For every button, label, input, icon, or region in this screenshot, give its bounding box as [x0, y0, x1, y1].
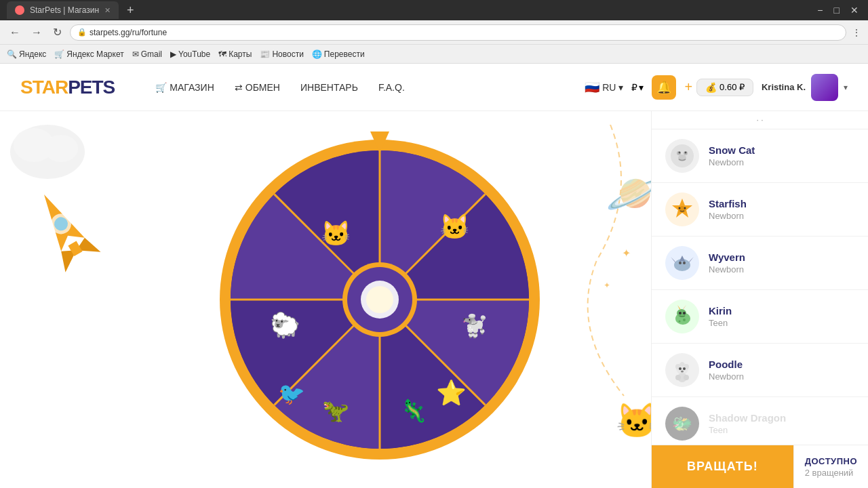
pet-info-wyvern: Wyvern Newborn — [709, 251, 854, 274]
svg-rect-7 — [68, 241, 82, 256]
pet-item-kirin: Kirin Teen — [652, 290, 868, 344]
poodle-stage: Newborn — [709, 371, 854, 382]
bookmark-yandex[interactable]: 🔍 Яндекс — [7, 49, 46, 59]
svg-point-52 — [683, 367, 686, 370]
wheel-pet-1: 🐱 — [321, 219, 351, 248]
pet-info-poodle: Poodle Newborn — [709, 359, 854, 382]
market-icon: 🛒 — [54, 49, 64, 59]
shadow-name: Shadow Dragon — [709, 412, 854, 424]
add-funds-button[interactable]: + — [684, 79, 692, 95]
wallet-button[interactable]: 💰 0.60 ₽ — [696, 79, 753, 96]
tab-favicon — [15, 5, 24, 15]
scroll-indicator-top: · · — [652, 111, 868, 129]
bookmark-youtube[interactable]: ▶ YouTube — [170, 49, 210, 59]
nav-actions: ⋮ — [852, 27, 861, 38]
browser-tab[interactable]: StarPets | Магазин ✕ — [7, 1, 119, 19]
news-icon: 📰 — [260, 49, 270, 59]
wheel-pet-2: 🐱 — [439, 212, 470, 241]
user-avatar[interactable] — [811, 74, 838, 101]
translate-icon: 🌐 — [312, 49, 322, 59]
svg-marker-5 — [73, 235, 101, 262]
currency-label: ₽ — [631, 82, 637, 93]
lock-icon: 🔒 — [77, 28, 87, 37]
bookmark-maps[interactable]: 🗺 Карты — [218, 49, 252, 59]
nav-faq[interactable]: F.A.Q. — [378, 82, 405, 93]
fortune-wheel-svg[interactable]: 🐱 🐱 🐩 ⭐ 🦖 🐦 🐑 🦎 — [217, 137, 542, 462]
pet-item-wyvern: Wyvern Newborn — [652, 237, 868, 290]
nav-shop-label: МАГАЗИН — [170, 82, 214, 93]
kirin-stage: Teen — [709, 318, 854, 328]
pet-info-shadow: Shadow Dragon Teen — [709, 412, 854, 435]
new-tab-button[interactable]: + — [127, 3, 134, 18]
wheel-pet-5: 🦖 — [322, 398, 349, 424]
svg-point-38 — [683, 262, 686, 264]
user-dropdown-arrow[interactable]: ▾ — [844, 83, 848, 92]
close-button[interactable]: ✕ — [848, 5, 861, 16]
starfish-name: Starfish — [709, 198, 854, 209]
yandex-icon: 🔍 — [7, 49, 17, 59]
url-bar[interactable]: 🔒 starpets.gg/ru/fortune — [70, 24, 846, 41]
nav-shop[interactable]: 🛒 МАГАЗИН — [155, 82, 214, 93]
nav-inventory-label: ИНВЕНТАРЬ — [300, 82, 358, 93]
svg-point-8 — [52, 215, 70, 233]
pet-avatar-snowcat — [665, 139, 699, 173]
wallet-balance: 0.60 ₽ — [719, 82, 745, 92]
bookmark-market[interactable]: 🛒 Яндекс Маркет — [54, 49, 123, 59]
snowcat-icon — [669, 143, 695, 169]
minimize-button[interactable]: − — [814, 5, 825, 16]
refresh-button[interactable]: ↻ — [50, 26, 64, 39]
notifications-button[interactable]: 🔔 — [652, 75, 676, 100]
bookmark-label: Яндекс — [19, 49, 46, 59]
nav-inventory[interactable]: ИНВЕНТАРЬ — [300, 82, 358, 93]
spin-button[interactable]: ВРАЩАТЬ! — [652, 445, 793, 488]
nav-exchange-label: ОБМЕН — [245, 82, 280, 93]
snowcat-name: Snow Cat — [709, 144, 854, 156]
pet-item-starfish: Starfish Newborn — [652, 183, 868, 237]
svg-marker-41 — [677, 305, 681, 310]
bookmark-news[interactable]: 📰 Новости — [260, 49, 303, 59]
currency-selector[interactable]: ₽ ▾ — [631, 82, 644, 93]
available-count: 2 вращений — [805, 468, 857, 478]
youtube-icon: ▶ — [170, 49, 176, 59]
svg-marker-4 — [56, 245, 83, 272]
maximize-button[interactable]: □ — [831, 5, 842, 16]
bottom-action-bar: ВРАЩАТЬ! ДОСТУПНО 2 вращений — [652, 445, 868, 488]
cloud-decoration — [7, 118, 88, 186]
main-navigation: 🛒 МАГАЗИН ⇄ ОБМЕН ИНВЕНТАРЬ F.A.Q. — [155, 82, 404, 93]
svg-point-28 — [685, 152, 687, 154]
wheel-pet-8: 🦎 — [400, 398, 427, 424]
bookmark-label: Перевести — [324, 49, 365, 59]
back-button[interactable]: ← — [7, 26, 23, 39]
bookmark-translate[interactable]: 🌐 Перевести — [312, 49, 365, 59]
bookmark-gmail[interactable]: ✉ Gmail — [132, 49, 162, 59]
language-selector[interactable]: 🇷🇺 RU ▾ — [585, 80, 623, 95]
fortune-wheel-wrapper[interactable]: 🐱 🐱 🐩 ⭐ 🦖 🐦 🐑 🦎 — [217, 137, 542, 462]
main-content: 🐱 🐱 🐩 ⭐ 🦖 🐦 🐑 🦎 — [0, 111, 868, 488]
poodle-name: Poodle — [709, 359, 854, 370]
nav-exchange[interactable]: ⇄ ОБМЕН — [235, 82, 280, 93]
extensions-icon[interactable]: ⋮ — [852, 27, 861, 38]
shadow-dragon-icon: 🐲 — [672, 414, 692, 433]
currency-dropdown-icon: ▾ — [639, 82, 644, 93]
pet-avatar-wyvern — [665, 246, 699, 280]
svg-point-6 — [47, 210, 75, 238]
starfish-icon — [669, 197, 695, 222]
svg-point-45 — [683, 319, 686, 321]
svg-point-56 — [684, 375, 689, 380]
window-controls: − □ ✕ — [814, 5, 861, 16]
pet-avatar-shadow: 🐲 — [665, 407, 699, 441]
bookmark-label: YouTube — [178, 49, 210, 59]
bookmark-label: Gmail — [141, 49, 162, 59]
pet-info-snowcat: Snow Cat Newborn — [709, 144, 854, 167]
tab-close-button[interactable]: ✕ — [104, 6, 111, 15]
forward-button[interactable]: → — [28, 26, 45, 39]
pet-item-shadow: 🐲 Shadow Dragon Teen — [652, 397, 868, 445]
wheel-pet-4: ⭐ — [436, 378, 467, 407]
svg-point-50 — [680, 362, 684, 366]
site-logo[interactable]: STARPETS — [20, 77, 115, 98]
pet-item-poodle: Poodle Newborn — [652, 344, 868, 397]
wheel-indicator — [370, 131, 389, 153]
wheel-pet-6: 🐦 — [278, 381, 305, 407]
bookmark-label: Карты — [229, 49, 252, 59]
bookmark-label: Новости — [272, 49, 303, 59]
